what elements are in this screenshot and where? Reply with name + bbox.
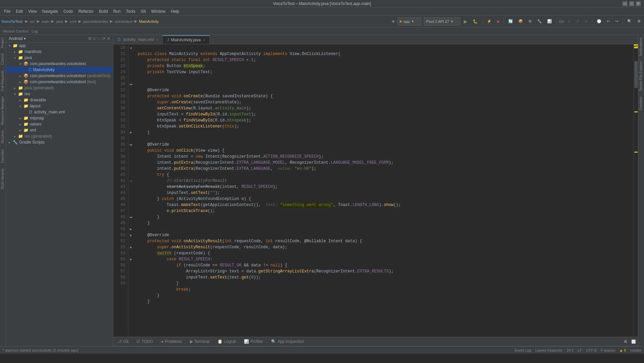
tab-mainactivity-java[interactable]: J MainActivity.java ✕ <box>163 35 209 44</box>
vc-log-btn[interactable]: Log <box>31 29 38 33</box>
window-controls[interactable]: — □ ✕ <box>623 1 641 6</box>
attach-debugger-btn[interactable]: ⚡ <box>485 17 494 26</box>
tree-item-xml[interactable]: ▸ 📁 xml <box>6 127 113 133</box>
toolbar-src: src <box>30 19 35 23</box>
tree-item-drawable[interactable]: ▸ 📁 drawable <box>6 97 113 103</box>
java-folder-icon: 📁 <box>18 55 23 60</box>
run-config-dropdown[interactable]: ▶ app ▼ <box>397 17 421 25</box>
git-check1[interactable]: ✓ <box>566 17 573 26</box>
toolbar-undo[interactable]: ↩ <box>605 17 612 26</box>
tree-item-res-generated[interactable]: ▸ 📁 res (generated) <box>6 133 113 139</box>
side-commit-label[interactable]: Commit <box>0 51 6 67</box>
close-btn[interactable]: ✕ <box>636 1 641 6</box>
tree-item-java[interactable]: ▾ 📁 java <box>6 55 113 61</box>
tree-item-java-generated[interactable]: ▸ 📁 java (generated) <box>6 85 113 91</box>
cursor-position[interactable]: 24:1 <box>567 348 574 352</box>
toolbar-voicetotext: voicetotext <box>115 19 132 23</box>
profiler-tab-label: Profiler <box>250 339 263 344</box>
tree-item-app[interactable]: ▾ 📁 app <box>6 43 113 49</box>
side-project-label[interactable]: Project <box>0 35 6 51</box>
menu-git[interactable]: Git <box>138 8 148 14</box>
git-check3[interactable]: ✓ <box>583 17 590 26</box>
menu-run[interactable]: Run <box>111 8 123 14</box>
toolbar-btn2[interactable]: 📦 <box>516 17 525 26</box>
code-content[interactable]: public class MainActivity extends AppCom… <box>135 44 633 337</box>
menu-file[interactable]: File <box>1 8 13 14</box>
bottom-tab-todo[interactable]: ☑ TODO <box>132 338 157 345</box>
toolbar-btn4[interactable]: 🔧 <box>535 17 544 26</box>
encoding[interactable]: UTF-8 <box>586 348 596 352</box>
toolbar-redo[interactable]: ↪ <box>613 17 620 26</box>
device-dropdown[interactable]: Pixel 2 API 27 ▼ <box>424 17 460 25</box>
tab-xml-close[interactable]: ✕ <box>156 38 158 42</box>
left-side-panel: Project Commit Pull Requests Resource Ma… <box>0 35 6 346</box>
side-favorites-label[interactable]: Favorites <box>0 147 6 166</box>
tree-settings-btn[interactable]: ⚙ <box>88 36 92 41</box>
menu-navigate[interactable]: Navigate <box>40 8 61 14</box>
bottom-tab-logcat[interactable]: 📋 Logcat <box>213 338 240 345</box>
toolbar: VoiceToText ▶ src ▶ main ▶ java ▶ com ▶ … <box>0 15 644 28</box>
menu-edit[interactable]: Edit <box>13 8 25 14</box>
tree-item-mipmap[interactable]: ▸ 📁 mipmap <box>6 115 113 121</box>
file-tree: Android ▾ ⚙ ≡ ↑↓ ⟳ ✕ ▾ 📁 app ▸ 📁 manifes… <box>6 35 113 346</box>
tree-item-manifests[interactable]: ▸ 📁 manifests <box>6 49 113 55</box>
stop-btn[interactable]: ■ <box>495 17 501 26</box>
side-structure-label[interactable]: Structure <box>0 127 6 147</box>
line-ending[interactable]: LF <box>578 348 582 352</box>
menu-build[interactable]: Build <box>96 8 111 14</box>
side-pull-label[interactable]: Pull Requests <box>0 68 6 94</box>
tree-item-package-test[interactable]: ▸ 📦 com.jasonedwardes.voicetotext (andro… <box>6 73 113 79</box>
bottom-settings-btn[interactable]: ⚙ <box>622 337 629 346</box>
settings-btn[interactable]: ⚙ <box>635 17 643 26</box>
menu-window[interactable]: Window <box>148 8 168 14</box>
bottom-tab-git[interactable]: ⎇ Git <box>113 338 132 345</box>
tree-sync-btn[interactable]: ⟳ <box>102 36 106 41</box>
toolbar-back-btn[interactable]: ◀ <box>389 17 396 26</box>
logcat-icon: 📋 <box>217 339 222 344</box>
sync-btn[interactable]: 🔄 <box>506 17 515 26</box>
search-everywhere-btn[interactable]: 🔍 <box>625 17 634 26</box>
menu-view[interactable]: View <box>25 8 40 14</box>
tree-item-mainactivity[interactable]: C MainActivity <box>6 67 113 73</box>
menu-refactor[interactable]: Refactor <box>76 8 96 14</box>
layout-inspector-btn[interactable]: Layout Inspector <box>535 348 563 352</box>
bottom-tab-profiler[interactable]: 📊 Profiler <box>240 338 267 345</box>
git-label: Git: <box>559 19 565 23</box>
side-build-label[interactable]: Build Variants <box>0 166 6 192</box>
maximize-btn[interactable]: □ <box>629 1 634 6</box>
tree-collapse-btn[interactable]: ↑↓ <box>97 36 101 41</box>
side-device-explorer-label[interactable]: Device File Explorer <box>638 58 644 94</box>
tree-close-btn[interactable]: ✕ <box>107 36 110 41</box>
debug-btn[interactable]: 🐛 <box>471 17 480 26</box>
toolbar-btn3[interactable]: ⚙ <box>526 17 534 26</box>
event-log-btn[interactable]: Event Log <box>515 348 531 352</box>
bottom-layout-btn[interactable]: ⬜ <box>629 337 638 346</box>
tree-item-res[interactable]: ▾ 📁 res <box>6 91 113 97</box>
vc-label: Version Control: <box>3 29 29 33</box>
minimize-btn[interactable]: — <box>623 1 627 6</box>
tree-item-package-test2[interactable]: ▸ 📦 com.jasonedwardes.voicetotext (test) <box>6 79 113 85</box>
menu-tools[interactable]: Tools <box>123 8 138 14</box>
tab-activity-main-xml[interactable]: 🗋 activity_main.xml ✕ <box>113 35 163 44</box>
tree-item-package-main[interactable]: ▾ 📦 com.jasonedwardes.voicetotext <box>6 61 113 67</box>
tree-item-layout[interactable]: ▾ 📁 layout <box>6 103 113 109</box>
tab-java-close[interactable]: ✕ <box>203 38 205 42</box>
tree-item-values[interactable]: ▸ 📁 values <box>6 121 113 127</box>
tree-layout-btn[interactable]: ≡ <box>93 36 95 41</box>
tree-item-activity-main-xml[interactable]: 🗋 activity_main.xml <box>6 109 113 115</box>
indent[interactable]: 4 spaces <box>600 348 615 352</box>
bottom-tab-app-inspection[interactable]: 🔍 App Inspection <box>267 338 308 345</box>
menu-help[interactable]: Help <box>168 8 182 14</box>
git-check2[interactable]: ✓ <box>574 17 581 26</box>
side-resource-label[interactable]: Resource Manager <box>0 94 6 127</box>
toolbar-com: com <box>70 19 77 23</box>
bottom-tab-problems[interactable]: ● Problems <box>157 338 186 345</box>
side-notifications-label[interactable]: Notifications <box>638 35 644 58</box>
side-emulator-label[interactable]: Emulator <box>638 94 644 113</box>
menu-code[interactable]: Code <box>61 8 76 14</box>
bottom-tab-terminal[interactable]: ▶ Terminal <box>186 338 213 345</box>
tree-item-gradle[interactable]: ▸ 🔧 Gradle Scripts <box>6 139 113 145</box>
toolbar-clock[interactable]: 🕐 <box>595 17 603 26</box>
toolbar-btn5[interactable]: 📊 <box>545 17 554 26</box>
run-btn[interactable]: ▶ <box>462 17 469 26</box>
